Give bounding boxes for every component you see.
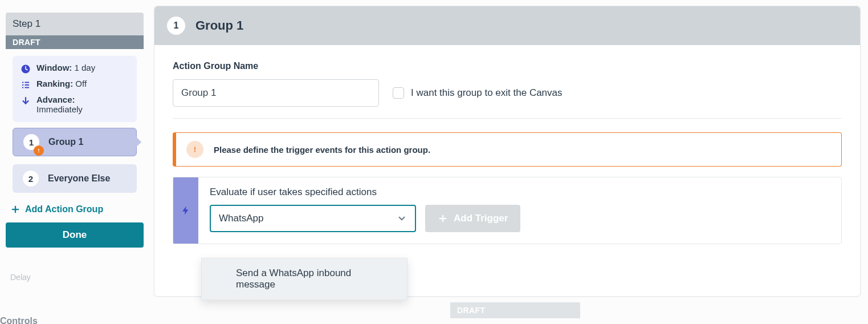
sidebar-group-2-label: Everyone Else	[48, 173, 110, 184]
main-body: Action Group Name I want this group to e…	[154, 45, 860, 250]
chevron-down-icon	[397, 213, 407, 224]
draft-badge: DRAFT	[6, 35, 144, 49]
footer-draft-label: DRAFT	[457, 306, 485, 315]
divider	[173, 118, 842, 119]
summary-advance: Advance:Immediately	[21, 95, 129, 114]
name-field-label: Action Group Name	[173, 61, 842, 71]
trigger-type-dropdown: Send a WhatsApp inbound message	[201, 258, 407, 300]
svg-point-3	[194, 151, 195, 152]
main-header: 1 Group 1	[154, 6, 860, 45]
trigger-type-select[interactable]: WhatsApp	[210, 205, 416, 232]
advance-arrow-icon	[21, 96, 31, 106]
header-number-badge: 1	[167, 17, 185, 35]
clock-icon	[21, 64, 31, 74]
svg-rect-2	[38, 149, 39, 151]
add-trigger-button[interactable]: Add Trigger	[425, 205, 520, 232]
dropdown-option-whatsapp-inbound[interactable]: Send a WhatsApp inbound message	[202, 258, 407, 299]
warning-icon	[34, 145, 44, 156]
page-title: Group 1	[195, 18, 243, 33]
exit-canvas-label: I want this group to exit the Canvas	[411, 87, 563, 99]
sidebar-group-2-number: 2	[23, 171, 39, 187]
evaluate-label: Evaluate if user takes specified actions	[210, 187, 830, 198]
name-field-row: I want this group to exit the Canvas	[173, 79, 842, 107]
exit-canvas-row[interactable]: I want this group to exit the Canvas	[393, 87, 563, 99]
svg-rect-4	[194, 147, 195, 150]
done-button-label: Done	[63, 229, 87, 240]
summary-window: Window: 1 day	[21, 63, 129, 74]
trigger-type-value: WhatsApp	[219, 213, 263, 224]
evaluate-side-bar	[173, 177, 198, 244]
alert-message: Please define the trigger events for thi…	[214, 145, 430, 155]
draft-badge-text: DRAFT	[13, 38, 40, 47]
background-controls-label: Controls	[0, 316, 38, 324]
add-action-group-button[interactable]: Add Action Group	[6, 201, 144, 222]
step-label: Step 1	[13, 18, 40, 29]
evaluate-controls: WhatsApp Add Trigger	[210, 205, 830, 232]
ranking-icon	[21, 80, 31, 90]
step-header: Step 1	[6, 13, 144, 35]
ranking-value: Off	[75, 79, 87, 88]
evaluate-body: Evaluate if user takes specified actions…	[198, 177, 841, 244]
alert-icon	[186, 141, 203, 158]
group-name-input[interactable]	[173, 79, 379, 107]
window-label: Window:	[36, 63, 72, 72]
plus-icon	[10, 204, 21, 214]
sidebar-group-1-label: Group 1	[48, 137, 83, 147]
exit-canvas-checkbox[interactable]	[393, 87, 404, 99]
alert-banner: Please define the trigger events for thi…	[173, 132, 842, 167]
window-value: 1 day	[75, 63, 96, 72]
svg-point-1	[38, 152, 39, 153]
summary-ranking: Ranking: Off	[21, 79, 129, 90]
dropdown-option-label: Send a WhatsApp inbound message	[236, 268, 351, 290]
done-button[interactable]: Done	[6, 222, 144, 248]
footer-draft-pill: DRAFT	[450, 302, 580, 318]
add-trigger-label: Add Trigger	[454, 213, 508, 224]
step-summary-card: Window: 1 day Ranking: Off Advance:Immed…	[13, 56, 137, 122]
main-panel: 1 Group 1 Action Group Name I want this …	[154, 6, 861, 297]
sidebar: Step 1 DRAFT Window: 1 day Ranking: Off	[6, 13, 144, 248]
background-delay-label: Delay	[10, 273, 31, 282]
bolt-icon	[181, 204, 191, 217]
ranking-label: Ranking:	[36, 79, 73, 88]
group-list: 1 Group 1 2 Everyone Else	[6, 128, 144, 193]
advance-label: Advance:	[36, 95, 75, 104]
sidebar-group-2[interactable]: 2 Everyone Else	[13, 164, 137, 193]
plus-icon	[438, 213, 448, 224]
add-action-group-label: Add Action Group	[25, 204, 103, 214]
advance-value: Immediately	[36, 104, 83, 114]
evaluate-block: Evaluate if user takes specified actions…	[173, 177, 842, 244]
sidebar-group-1[interactable]: 1 Group 1	[13, 128, 137, 156]
